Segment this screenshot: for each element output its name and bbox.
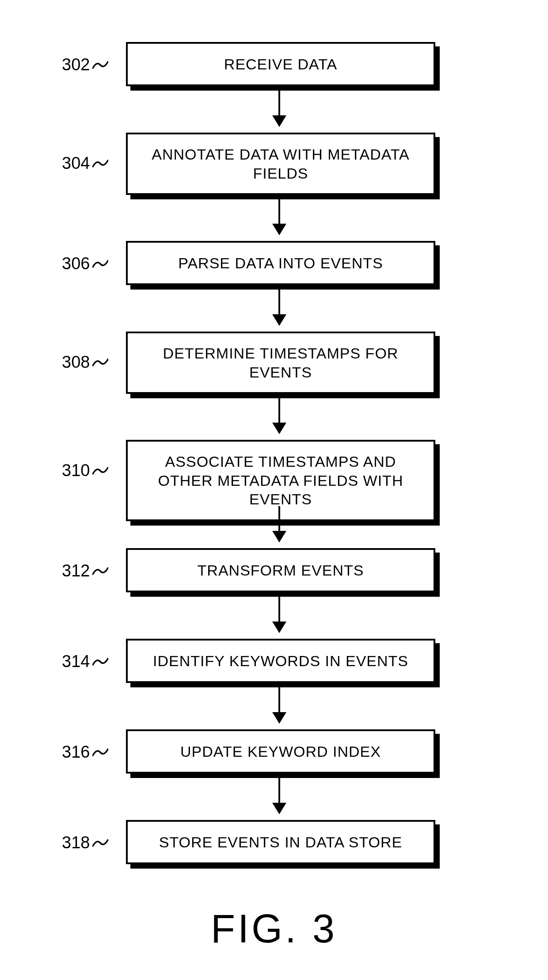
step-box: IDENTIFY KEYWORDS IN EVENTS: [126, 639, 435, 683]
step-310: ASSOCIATE TIMESTAMPS AND OTHER METADATA …: [126, 440, 435, 521]
ref-304: 304: [62, 154, 108, 173]
lead-line-icon: [92, 747, 108, 757]
ref-number: 306: [62, 254, 90, 273]
step-box: UPDATE KEYWORD INDEX: [126, 729, 435, 774]
flowchart-canvas: 302 RECEIVE DATA 304 ANNOTATE DATA WITH …: [0, 0, 548, 980]
ref-number: 314: [62, 652, 90, 671]
ref-316: 316: [62, 743, 108, 762]
lead-line-icon: [92, 358, 108, 367]
ref-306: 306: [62, 254, 108, 273]
step-box: ASSOCIATE TIMESTAMPS AND OTHER METADATA …: [126, 440, 435, 521]
step-box: PARSE DATA INTO EVENTS: [126, 241, 435, 285]
step-box: DETERMINE TIMESTAMPS FOR EVENTS: [126, 332, 435, 394]
lead-line-icon: [92, 159, 108, 168]
step-306: PARSE DATA INTO EVENTS: [126, 241, 435, 285]
step-box: RECEIVE DATA: [126, 42, 435, 86]
step-318: STORE EVENTS IN DATA STORE: [126, 820, 435, 864]
arrow-icon: [278, 506, 280, 541]
step-308: DETERMINE TIMESTAMPS FOR EVENTS: [126, 332, 435, 394]
ref-number: 302: [62, 55, 90, 74]
ref-318: 318: [62, 833, 108, 852]
ref-number: 316: [62, 743, 90, 762]
ref-number: 312: [62, 561, 90, 580]
step-text: ASSOCIATE TIMESTAMPS AND OTHER METADATA …: [141, 452, 420, 509]
step-312: TRANSFORM EVENTS: [126, 548, 435, 592]
figure-caption: FIG. 3: [0, 906, 548, 952]
step-text: ANNOTATE DATA WITH METADATA FIELDS: [141, 145, 420, 183]
ref-number: 310: [62, 461, 90, 480]
lead-line-icon: [92, 259, 108, 269]
arrow-icon: [278, 290, 280, 325]
step-box: ANNOTATE DATA WITH METADATA FIELDS: [126, 133, 435, 195]
ref-number: 318: [62, 833, 90, 852]
ref-310: 310: [62, 461, 108, 480]
step-text: UPDATE KEYWORD INDEX: [180, 742, 381, 761]
ref-number: 304: [62, 154, 90, 173]
lead-line-icon: [92, 838, 108, 848]
ref-314: 314: [62, 652, 108, 671]
ref-308: 308: [62, 353, 108, 372]
step-text: RECEIVE DATA: [224, 55, 337, 74]
step-text: DETERMINE TIMESTAMPS FOR EVENTS: [141, 344, 420, 381]
ref-312: 312: [62, 561, 108, 580]
step-box: TRANSFORM EVENTS: [126, 548, 435, 592]
arrow-icon: [278, 398, 280, 433]
step-text: TRANSFORM EVENTS: [198, 561, 364, 580]
arrow-icon: [278, 91, 280, 126]
lead-line-icon: [92, 657, 108, 667]
step-316: UPDATE KEYWORD INDEX: [126, 729, 435, 774]
arrow-icon: [278, 597, 280, 632]
arrow-icon: [278, 687, 280, 723]
lead-line-icon: [92, 60, 108, 70]
ref-302: 302: [62, 55, 108, 74]
arrow-icon: [278, 199, 280, 234]
step-text: IDENTIFY KEYWORDS IN EVENTS: [153, 652, 408, 671]
step-text: STORE EVENTS IN DATA STORE: [159, 833, 403, 852]
lead-line-icon: [92, 466, 108, 476]
step-text: PARSE DATA INTO EVENTS: [178, 254, 383, 273]
ref-number: 308: [62, 353, 90, 372]
lead-line-icon: [92, 566, 108, 576]
step-314: IDENTIFY KEYWORDS IN EVENTS: [126, 639, 435, 683]
step-302: RECEIVE DATA: [126, 42, 435, 86]
arrow-icon: [278, 778, 280, 813]
step-304: ANNOTATE DATA WITH METADATA FIELDS: [126, 133, 435, 195]
step-box: STORE EVENTS IN DATA STORE: [126, 820, 435, 864]
